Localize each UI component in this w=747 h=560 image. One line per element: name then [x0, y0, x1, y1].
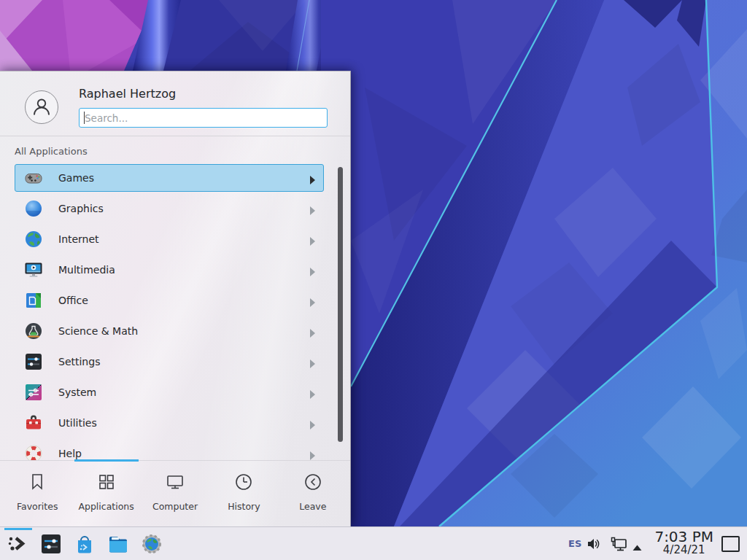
category-help[interactable]: Help [15, 440, 324, 460]
category-label: Office [58, 295, 88, 306]
lifebuoy-icon [23, 443, 44, 460]
discover-button[interactable] [73, 532, 96, 556]
system-icon [23, 382, 44, 402]
tab-applications[interactable]: Applications [71, 461, 140, 527]
chevron-right-icon [309, 235, 316, 244]
category-label: System [58, 386, 96, 398]
bookmark-icon [27, 472, 47, 495]
volume-icon[interactable] [587, 537, 601, 554]
tab-history[interactable]: History [209, 461, 278, 527]
category-multimedia[interactable]: Multimedia [15, 256, 324, 284]
category-list: Games Graphics [0, 164, 350, 460]
header-divider [0, 136, 350, 136]
category-graphics[interactable]: Graphics [15, 195, 324, 222]
globe-icon [23, 229, 44, 249]
category-settings[interactable]: Settings [15, 348, 324, 376]
chevron-right-icon [309, 449, 316, 458]
menu-tab-bar: Favorites Applications Computer [0, 460, 350, 527]
shopping-bag-icon [73, 532, 96, 556]
category-label: Utilities [58, 417, 97, 429]
keyboard-layout-indicator[interactable]: ES [568, 538, 581, 549]
category-label: Internet [58, 233, 99, 245]
category-label: Help [58, 448, 82, 459]
tab-computer[interactable]: Computer [141, 461, 209, 527]
science-icon [23, 321, 44, 341]
chevron-right-icon [309, 388, 316, 397]
section-label: All Applications [15, 146, 88, 157]
multimedia-icon [23, 260, 44, 280]
kde-launcher-icon [6, 532, 29, 556]
system-settings-button[interactable] [39, 532, 63, 556]
user-name: Raphael Hertzog [79, 87, 176, 101]
category-label: Science & Math [58, 325, 138, 337]
folder-icon-button[interactable] [107, 532, 130, 556]
office-icon [23, 290, 44, 311]
chevron-right-icon [309, 327, 316, 335]
category-office[interactable]: Office [15, 287, 324, 314]
category-system[interactable]: System [15, 378, 324, 406]
gamepad-icon [23, 168, 44, 188]
network-icon[interactable] [610, 536, 627, 556]
list-scrollbar[interactable] [338, 167, 343, 442]
tab-favorites[interactable]: Favorites [3, 461, 71, 527]
globe-gear-icon [140, 532, 163, 556]
search-input[interactable] [79, 108, 328, 128]
category-label: Multimedia [58, 264, 115, 276]
caret-up-icon[interactable] [632, 540, 643, 554]
taskbar-panel: ES 7:03 PM 4/24/21 [0, 526, 747, 560]
tab-leave[interactable]: Leave [279, 461, 347, 527]
monitor-icon [165, 472, 185, 495]
category-label: Settings [58, 356, 100, 368]
chevron-right-icon [309, 174, 316, 182]
chevron-right-icon [309, 419, 316, 427]
chevron-right-icon [309, 357, 316, 366]
search-field-wrap [79, 108, 328, 128]
leave-circle-icon [303, 472, 323, 495]
sliders-icon [39, 532, 63, 556]
grid-icon [96, 472, 117, 495]
category-label: Games [58, 172, 94, 184]
clock-date: 4/24/21 [654, 545, 713, 556]
category-games[interactable]: Games [15, 164, 324, 192]
clock-time: 7:03 PM [654, 529, 713, 545]
active-tab-indicator [74, 459, 139, 462]
chevron-right-icon [309, 296, 316, 305]
digital-clock[interactable]: 7:03 PM 4/24/21 [654, 529, 713, 556]
category-label: Graphics [58, 203, 104, 214]
user-avatar[interactable] [25, 90, 58, 124]
chevron-right-icon [309, 265, 316, 274]
sphere-icon [23, 198, 44, 219]
web-browser-button[interactable] [140, 532, 163, 556]
clock-icon [233, 472, 254, 495]
launcher-active-indicator [4, 528, 32, 530]
settings-icon [23, 351, 44, 372]
application-launcher-button[interactable] [6, 532, 29, 556]
category-internet[interactable]: Internet [15, 225, 324, 253]
folder-icon [107, 532, 130, 556]
text-cursor [84, 112, 85, 124]
utilities-icon [23, 413, 44, 433]
chevron-right-icon [309, 204, 316, 213]
category-utilities[interactable]: Utilities [15, 409, 324, 437]
category-science-math[interactable]: Science & Math [15, 317, 324, 345]
show-desktop-button[interactable] [721, 536, 740, 552]
application-launcher-menu: Raphael Hertzog All Applications Games [0, 71, 351, 526]
